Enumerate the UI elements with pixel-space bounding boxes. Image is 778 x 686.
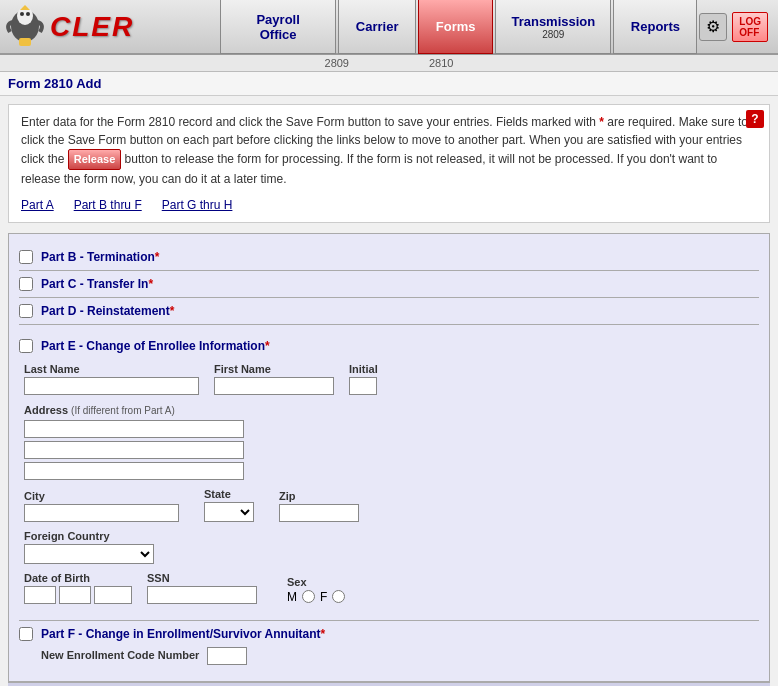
enrollment-code-input[interactable] bbox=[207, 647, 247, 665]
address-line1-input[interactable] bbox=[24, 420, 244, 438]
city-label: City bbox=[24, 490, 179, 502]
foreign-country-group: Foreign Country bbox=[24, 530, 744, 564]
info-links: Part A Part B thru F Part G thru H bbox=[21, 196, 757, 214]
app-header: CLER Payroll Office Carrier Forms Transm… bbox=[0, 0, 778, 55]
sex-f-radio[interactable] bbox=[332, 590, 345, 603]
part-b-row: Part B - Termination* bbox=[19, 244, 759, 271]
part-d-label: Part D - Reinstatement* bbox=[41, 304, 174, 318]
help-icon[interactable]: ? bbox=[746, 110, 764, 128]
app-logo-text: CLER bbox=[50, 11, 134, 43]
ssn-label: SSN bbox=[147, 572, 257, 584]
svg-marker-2 bbox=[20, 5, 30, 10]
last-name-group: Last Name bbox=[24, 363, 199, 395]
part-b-checkbox[interactable] bbox=[19, 250, 33, 264]
subnav-numbers: 2809 2810 bbox=[0, 55, 778, 72]
sex-radio-row: M F bbox=[287, 590, 345, 604]
sex-m-radio[interactable] bbox=[302, 590, 315, 603]
tab-payroll-office[interactable]: Payroll Office bbox=[220, 0, 336, 54]
info-box: ? Enter data for the Form 2810 record an… bbox=[8, 104, 770, 223]
enrollment-code-label: New Enrollment Code Number bbox=[41, 649, 199, 661]
zip-group: Zip bbox=[279, 490, 359, 522]
nav-tabs: Payroll Office Carrier Forms Transmissio… bbox=[220, 0, 699, 54]
dob-year-input[interactable] bbox=[94, 586, 132, 604]
initial-input[interactable] bbox=[349, 377, 377, 395]
part-d-checkbox[interactable] bbox=[19, 304, 33, 318]
part-c-checkbox[interactable] bbox=[19, 277, 33, 291]
part-d-row: Part D - Reinstatement* bbox=[19, 298, 759, 325]
sex-m-label: M bbox=[287, 590, 297, 604]
dob-ssn-sex-row: Date of Birth SSN Sex M bbox=[19, 572, 759, 604]
sex-group: Sex M F bbox=[287, 576, 345, 604]
svg-point-3 bbox=[20, 12, 24, 16]
svg-rect-5 bbox=[19, 38, 31, 46]
ssn-input[interactable] bbox=[147, 586, 257, 604]
enrollment-code-row: New Enrollment Code Number bbox=[19, 647, 759, 665]
eagle-icon bbox=[5, 4, 45, 49]
link-part-a[interactable]: Part A bbox=[21, 196, 54, 214]
part-e-checkbox[interactable] bbox=[19, 339, 33, 353]
sex-label: Sex bbox=[287, 576, 345, 588]
dob-day-input[interactable] bbox=[59, 586, 91, 604]
initial-label: Initial bbox=[349, 363, 378, 375]
first-name-group: First Name bbox=[214, 363, 334, 395]
tab-forms[interactable]: Forms bbox=[418, 0, 493, 54]
zip-input[interactable] bbox=[279, 504, 359, 522]
form-section: Part B - Termination* Part C - Transfer … bbox=[8, 233, 770, 682]
part-f-header: Part F - Change in Enrollment/Survivor A… bbox=[19, 627, 759, 641]
part-e-section: Part E - Change of Enrollee Information*… bbox=[19, 325, 759, 621]
address-block: Address (If different from Part A) bbox=[19, 403, 759, 480]
page-title-bar: Form 2810 Add bbox=[0, 72, 778, 96]
part-e-header: Part E - Change of Enrollee Information* bbox=[19, 333, 759, 363]
city-state-zip-row: City State ALAKAZAR CACOCTDE FLGAHIID IL… bbox=[19, 488, 759, 522]
address-line3-input[interactable] bbox=[24, 462, 244, 480]
part-f-checkbox[interactable] bbox=[19, 627, 33, 641]
part-b-label: Part B - Termination* bbox=[41, 250, 159, 264]
foreign-country-row: Foreign Country bbox=[19, 530, 759, 564]
release-button[interactable]: Release bbox=[68, 149, 122, 170]
tab-reports[interactable]: Reports bbox=[613, 0, 697, 54]
last-name-label: Last Name bbox=[24, 363, 199, 375]
dob-group: Date of Birth bbox=[24, 572, 132, 604]
part-c-label: Part C - Transfer In* bbox=[41, 277, 153, 291]
ssn-group: SSN bbox=[147, 572, 257, 604]
part-f-section: Part F - Change in Enrollment/Survivor A… bbox=[19, 621, 759, 671]
address-label: Address (If different from Part A) bbox=[24, 404, 175, 416]
main-content: ? Enter data for the Form 2810 record an… bbox=[0, 96, 778, 686]
info-text: Enter data for the Form 2810 record and … bbox=[21, 113, 757, 188]
part-e-label: Part E - Change of Enrollee Information* bbox=[41, 339, 270, 353]
state-select[interactable]: ALAKAZAR CACOCTDE FLGAHIID ILINIAKS KYLA… bbox=[204, 502, 254, 522]
state-label: State bbox=[204, 488, 254, 500]
part-f-label: Part F - Change in Enrollment/Survivor A… bbox=[41, 627, 325, 641]
foreign-country-label: Foreign Country bbox=[24, 530, 744, 542]
part-c-row: Part C - Transfer In* bbox=[19, 271, 759, 298]
dob-label: Date of Birth bbox=[24, 572, 132, 584]
city-group: City bbox=[24, 490, 179, 522]
svg-point-4 bbox=[26, 12, 30, 16]
city-input[interactable] bbox=[24, 504, 179, 522]
zip-label: Zip bbox=[279, 490, 359, 502]
tab-carrier[interactable]: Carrier bbox=[338, 0, 416, 54]
link-part-b-thru-f[interactable]: Part B thru F bbox=[74, 196, 142, 214]
nav-right: ⚙ LOGOFF bbox=[699, 12, 773, 42]
link-part-g-thru-h[interactable]: Part G thru H bbox=[162, 196, 233, 214]
dob-month-input[interactable] bbox=[24, 586, 56, 604]
initial-group: Initial bbox=[349, 363, 378, 395]
first-name-input[interactable] bbox=[214, 377, 334, 395]
name-fields-row: Last Name First Name Initial bbox=[19, 363, 759, 395]
logo-area: CLER bbox=[5, 4, 220, 49]
first-name-label: First Name bbox=[214, 363, 334, 375]
foreign-country-select[interactable] bbox=[24, 544, 154, 564]
settings-button[interactable]: ⚙ bbox=[699, 13, 727, 41]
page-title: Form 2810 Add bbox=[8, 76, 101, 91]
tab-transmission[interactable]: Transmission 2809 bbox=[495, 0, 611, 54]
sex-f-label: F bbox=[320, 590, 327, 604]
address-line2-input[interactable] bbox=[24, 441, 244, 459]
footer-buttons: Save Form Clear Data Cancel bbox=[8, 682, 770, 687]
logoff-button[interactable]: LOGOFF bbox=[732, 12, 768, 42]
last-name-input[interactable] bbox=[24, 377, 199, 395]
state-group: State ALAKAZAR CACOCTDE FLGAHIID ILINIAK… bbox=[204, 488, 254, 522]
dob-inputs bbox=[24, 586, 132, 604]
